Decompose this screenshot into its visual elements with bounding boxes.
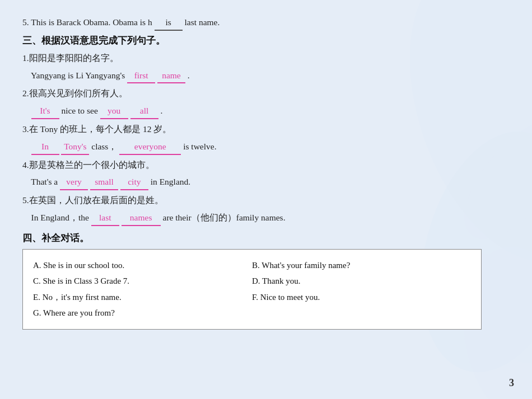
item4-english: That's a very small city in England. [22, 175, 510, 190]
q5-suffix: last name. [185, 17, 220, 27]
item5-chinese: 5.在英国，人们放在最后面的是姓。 [22, 194, 510, 208]
item2-suffix: . [160, 106, 162, 115]
item2-english: It's nice to see you all . [22, 104, 510, 119]
item4-chinese: 4.那是英格兰的一个很小的城市。 [22, 158, 510, 172]
dialog-row4: G. Where are you from? [33, 305, 471, 321]
q5-line: 5. This is Barack Obama. Obama is h is l… [22, 16, 510, 31]
item1-prefix: Yangyang is Li Yangyang's [31, 71, 125, 80]
item3-mid: class， [91, 142, 117, 151]
item3-english: In Tony's class， everyone is twelve. [22, 140, 510, 155]
item2-chinese: 2.很高兴见到你们所有人。 [22, 87, 510, 101]
dialog-option-C: C. She is in Class 3 Grade 7. [33, 273, 252, 289]
item1-english: Yangyang is Li Yangyang's first name . [22, 69, 510, 84]
item5-blank1: last [91, 211, 119, 226]
item1-blank2: name [157, 69, 185, 84]
dialog-row1: A. She is in our school too. B. What's y… [33, 257, 471, 274]
dialog-option-B: B. What's your family name? [252, 257, 471, 274]
item5-suffix: are their（他们的）family names. [163, 213, 286, 222]
item1-suffix: . [188, 71, 190, 80]
item4-blank3: city [120, 175, 148, 190]
item2-blank2: you [100, 104, 128, 119]
dialog-option-E: E. No，it's my first name. [33, 289, 252, 306]
item5-prefix: In England，the [31, 213, 89, 222]
item3-chinese: 3.在 Tony 的班上，每个人都是 12 岁。 [22, 123, 510, 137]
dialog-row2: C. She is in Class 3 Grade 7. D. Thank y… [33, 273, 471, 289]
item5-blank2: names [122, 211, 161, 226]
item1-blank1: first [127, 69, 155, 84]
item5-english: In England，the last names are their（他们的）… [22, 211, 510, 226]
dialog-option-A: A. She is in our school too. [33, 257, 252, 274]
item3-suffix: is twelve. [183, 142, 216, 151]
page-content: 5. This is Barack Obama. Obama is h is l… [0, 0, 532, 399]
dialog-option-F: F. Nice to meet you. [252, 289, 471, 306]
section3-title: 三、根据汉语意思完成下列句子。 [22, 34, 510, 47]
page-number: 3 [509, 377, 514, 389]
item3-blank1: In [31, 140, 59, 155]
item4-prefix: That's a [31, 177, 58, 186]
dialog-option-D: D. Thank you. [252, 273, 471, 289]
item4-blank2: small [90, 175, 118, 190]
item1-chinese: 1.阳阳是李阳阳的名字。 [22, 51, 510, 65]
dialog-row3: E. No，it's my first name. F. Nice to mee… [33, 289, 471, 306]
item3-blank2: Tony's [61, 140, 89, 155]
item3-blank3: everyone [119, 140, 181, 155]
q5-blank: is [155, 16, 183, 31]
item4-suffix: in England. [151, 177, 190, 186]
section4-title: 四、补全对话。 [22, 232, 510, 245]
dialog-option-G: G. Where are you from? [33, 305, 252, 321]
item4-blank1: very [60, 175, 88, 190]
item2-blank3: all [130, 104, 158, 119]
q5-prefix: 5. This is Barack Obama. Obama is h [22, 17, 152, 27]
dialog-options-box: A. She is in our school too. B. What's y… [22, 249, 482, 330]
item2-blank1: It's [31, 104, 59, 119]
item2-prefix2: nice to see [61, 106, 97, 115]
